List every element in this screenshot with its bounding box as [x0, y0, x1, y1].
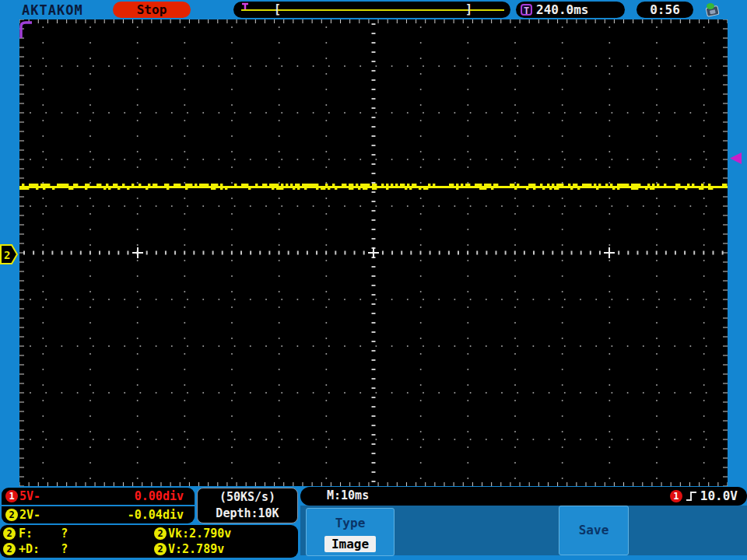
timebase-readout: M:10ms [327, 488, 369, 502]
measurements-box: 2 F: ? 2 Vk:2.790v 2 +D: ? 2 V:2.789v [0, 525, 298, 558]
sample-rate-box: (50KS/s) Depth:10K [197, 488, 298, 523]
measure-frequency: F: ? [19, 527, 68, 541]
trigger-position-bar: [ ] [233, 2, 510, 18]
type-selected-value[interactable]: Image [324, 536, 376, 552]
clock-readout: 0:56 [637, 2, 693, 18]
svg-text:2: 2 [4, 249, 10, 261]
oscilloscope-screen: AKTAKOM Stop [ ] T 240.0ms 0:56 2 [0, 0, 747, 560]
window-bracket-right-icon: ] [465, 2, 472, 17]
trigger-time-value: 240.0ms [536, 2, 588, 17]
type-button-label: Type [307, 516, 394, 530]
measurement-row: 2 +D: ? 2 V:2.789v [0, 541, 298, 557]
usb-storage-icon [703, 2, 723, 18]
channel1-position: 0.00div [135, 489, 184, 503]
measure-v-value: V:2.789v [168, 542, 224, 556]
ch2-trace [19, 184, 728, 190]
type-button[interactable]: Type Image [306, 508, 395, 556]
channel2-scale: 2V- [19, 508, 40, 522]
trigger-level-value: 10.0V [700, 488, 738, 503]
sample-rate: (50KS/s) [198, 489, 297, 506]
save-button[interactable]: Save [559, 506, 629, 555]
measure-vk-value: Vk:2.790v [168, 527, 231, 541]
trigger-t-icon: T [521, 4, 532, 16]
rising-edge-icon [686, 490, 697, 502]
channel-settings-box: 1 5V- 0.00div 2 2V- -0.04div [2, 488, 195, 523]
channel2-badge: 2 [5, 509, 18, 521]
trigger-source-badge: 1 [670, 490, 682, 502]
channel2-position: -0.04div [128, 508, 184, 522]
channel1-badge: 1 [5, 490, 18, 502]
waveform-display [19, 19, 728, 486]
measurement-row: 2 F: ? 2 Vk:2.790v [0, 526, 298, 541]
channel1-scale: 5V- [19, 489, 40, 503]
acquisition-status-badge: Stop [113, 2, 191, 18]
trigger-position-t-icon [241, 2, 249, 9]
channel1-settings-row: 1 5V- 0.00div [2, 488, 195, 505]
measure-ch2-badge: 2 [154, 543, 167, 555]
channel2-position-marker[interactable]: 2 [0, 244, 19, 265]
timebase-trigger-strip: M:10ms 1 10.0V [300, 487, 747, 506]
graticule-grid [19, 19, 728, 486]
trigger-point-corner-icon [19, 20, 33, 39]
measure-ch2-badge: 2 [3, 543, 16, 555]
measure-duty: +D: ? [19, 542, 68, 556]
brand-logo: AKTAKOM [22, 2, 83, 18]
trigger-readout: 1 10.0V [670, 488, 738, 503]
trigger-time-readout: T 240.0ms [516, 2, 625, 18]
channel2-settings-row: 2 2V- -0.04div [2, 506, 195, 523]
measure-ch2-badge: 2 [3, 527, 16, 540]
memory-depth: Depth:10K [198, 506, 297, 522]
window-bracket-left-icon: [ [274, 2, 281, 17]
measure-ch2-badge: 2 [154, 527, 167, 540]
trigger-level-arrow-icon[interactable] [729, 152, 742, 165]
softkey-menu: Type Image Save [300, 506, 747, 555]
